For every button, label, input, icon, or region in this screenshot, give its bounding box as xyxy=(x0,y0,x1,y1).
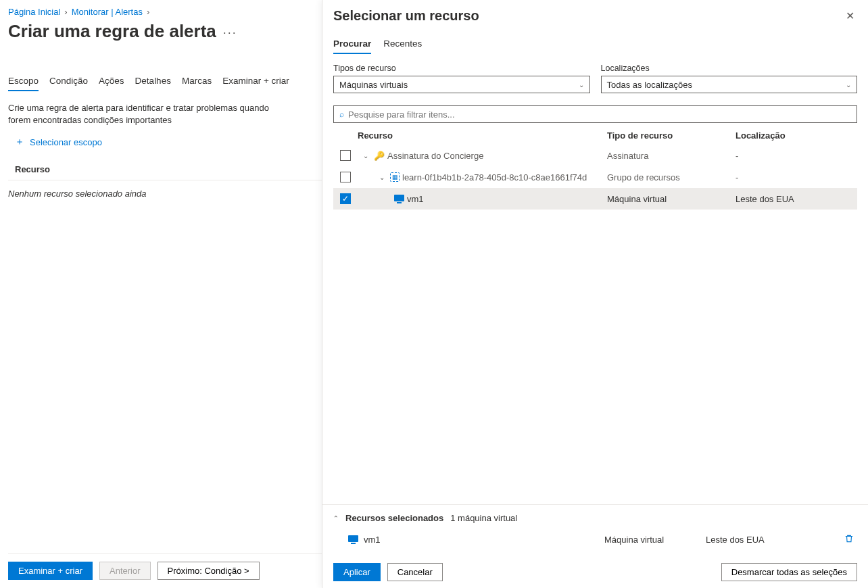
page-title: Criar uma regra de alerta xyxy=(8,21,216,42)
tab-scope[interactable]: Escopo xyxy=(8,76,39,91)
tab-review[interactable]: Examinar + criar xyxy=(222,76,289,91)
search-icon: ⌕ xyxy=(339,109,344,119)
subscription-type: Assinatura xyxy=(607,151,736,161)
scope-description: Crie uma regra de alerta para identifica… xyxy=(8,102,292,126)
delete-icon[interactable] xyxy=(841,534,857,545)
chevron-down-icon: ⌄ xyxy=(846,81,851,89)
deselect-all-button[interactable]: Desmarcar todas as seleções xyxy=(721,563,857,581)
resource-group-icon: ▦ xyxy=(390,172,400,182)
chevron-down-icon[interactable]: ⌄ xyxy=(362,152,370,160)
chevron-up-icon[interactable]: ⌄ xyxy=(333,514,339,522)
resource-type-label: Tipos de recurso xyxy=(333,64,590,73)
vm-icon xyxy=(348,535,358,544)
chevron-right-icon: › xyxy=(64,7,67,17)
resource-type-select[interactable]: Máquinas virtuais ⌄ xyxy=(333,76,590,93)
chevron-down-icon[interactable]: ⌄ xyxy=(378,174,386,181)
selected-item-location: Leste dos EUA xyxy=(706,535,841,545)
tab-details[interactable]: Detalhes xyxy=(135,76,171,91)
subscription-location: - xyxy=(736,151,857,161)
next-button[interactable]: Próximo: Condição > xyxy=(158,562,260,580)
cancel-button[interactable]: Cancelar xyxy=(387,563,443,581)
col-header-type: Tipo de recurso xyxy=(607,130,736,141)
resource-group-location: - xyxy=(736,172,857,182)
vm-name: vm1 xyxy=(407,194,424,204)
col-header-resource: Recurso xyxy=(358,130,607,141)
col-header-location: Localização xyxy=(736,130,857,141)
key-icon: 🔑 xyxy=(374,151,385,161)
resource-type-value: Máquinas virtuais xyxy=(339,80,408,90)
search-input[interactable] xyxy=(348,109,851,120)
vm-location: Leste dos EUA xyxy=(736,194,857,204)
checkbox[interactable] xyxy=(340,172,351,182)
vm-icon xyxy=(394,195,404,203)
review-create-button[interactable]: Examinar + criar xyxy=(8,562,93,580)
resource-group-name: learn-0f1b4b1b-2a78-405d-8c10-c8ae1661f7… xyxy=(402,172,587,182)
blade-title: Selecionar um recurso xyxy=(333,8,479,24)
tab-tags[interactable]: Marcas xyxy=(182,76,212,91)
search-box[interactable]: ⌕ xyxy=(333,105,857,123)
subscription-name: Assinatura do Concierge xyxy=(387,151,483,161)
previous-button: Anterior xyxy=(99,562,151,580)
table-row[interactable]: ⌄ 🔑 Assinatura do Concierge Assinatura - xyxy=(333,145,857,166)
chevron-right-icon: › xyxy=(147,7,149,17)
selected-item-type: Máquina virtual xyxy=(604,535,706,545)
breadcrumb-home[interactable]: Página Inicial xyxy=(8,7,60,17)
resource-group-type: Grupo de recursos xyxy=(607,172,736,182)
table-row[interactable]: vm1 Máquina virtual Leste dos EUA xyxy=(333,188,857,210)
blade-tab-search[interactable]: Procurar xyxy=(333,39,371,54)
selected-item-row: vm1 Máquina virtual Leste dos EUA xyxy=(333,523,857,552)
selected-resources-label: Recursos selecionados xyxy=(345,513,443,523)
apply-button[interactable]: Aplicar xyxy=(333,563,381,581)
location-label: Localizações xyxy=(601,64,858,73)
location-value: Todas as localizações xyxy=(607,80,692,90)
tab-actions[interactable]: Ações xyxy=(99,76,124,91)
checkbox[interactable] xyxy=(340,150,351,161)
blade-tab-recent[interactable]: Recentes xyxy=(383,39,422,54)
table-row[interactable]: ⌄ ▦ learn-0f1b4b1b-2a78-405d-8c10-c8ae16… xyxy=(333,166,857,188)
location-select[interactable]: Todas as localizações ⌄ xyxy=(601,76,858,93)
tab-condition[interactable]: Condição xyxy=(49,76,88,91)
chevron-down-icon: ⌄ xyxy=(579,81,584,89)
plus-icon: ＋ xyxy=(15,136,24,148)
breadcrumb-monitor-alerts[interactable]: Monitorar | Alertas xyxy=(72,7,143,17)
select-resource-blade: Selecionar um recurso ✕ Procurar Recente… xyxy=(322,0,868,588)
selected-resources-count: 1 máquina virtual xyxy=(450,513,517,523)
checkbox-checked[interactable] xyxy=(340,193,351,204)
close-icon[interactable]: ✕ xyxy=(843,8,857,24)
select-scope-label: Selecionar escopo xyxy=(30,137,102,147)
vm-type: Máquina virtual xyxy=(607,194,736,204)
selected-item-name: vm1 xyxy=(364,535,381,545)
more-icon[interactable]: ··· xyxy=(223,26,237,40)
